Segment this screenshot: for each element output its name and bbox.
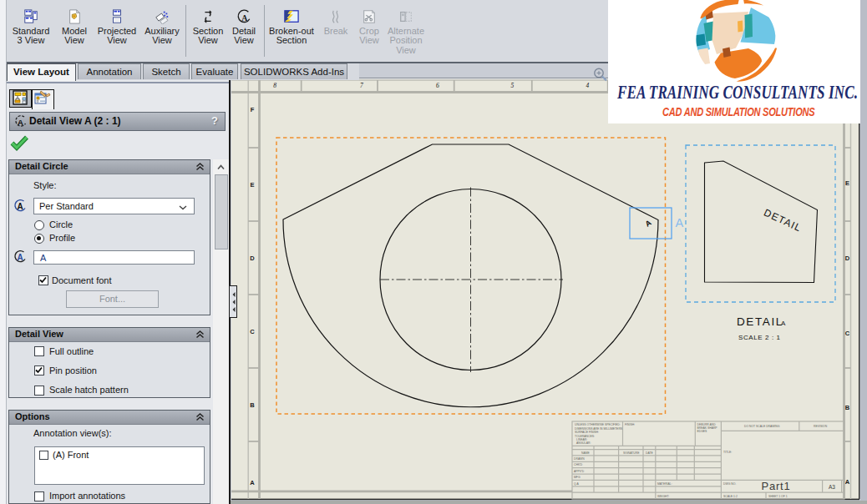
svg-text:A: A [18,253,23,262]
svg-text:MATERIAL:: MATERIAL: [657,482,672,486]
svg-text:5: 5 [510,82,514,89]
svg-text:A: A [18,202,23,211]
svg-text:E: E [250,181,254,189]
svg-text:A: A [241,13,248,23]
svg-text:DATE: DATE [646,451,654,455]
svg-text:CAD AND SIMULATION SOLUTIONS: CAD AND SIMULATION SOLUTIONS [662,105,815,119]
svg-text:D: D [250,255,255,262]
svg-text:B: B [250,401,255,409]
svg-text:8: 8 [273,82,276,89]
svg-text:Q.A: Q.A [574,482,580,486]
svg-text:A: A [250,479,255,486]
svg-text:APPV'D: APPV'D [574,470,585,473]
svg-text:B: B [845,404,850,411]
svg-text:CHK'D: CHK'D [574,463,583,466]
svg-text:SHEET 1 OF 1: SHEET 1 OF 1 [768,495,788,498]
svg-text:SIGNATURE: SIGNATURE [623,451,640,455]
svg-text:A: A [18,118,23,127]
svg-text:C: C [845,330,850,337]
svg-text:DO NOT SCALE DRAWING: DO NOT SCALE DRAWING [744,425,780,428]
svg-text:WEIGHT:: WEIGHT: [657,495,669,498]
svg-text:UNLESS OTHERWISE SPECIFIED:: UNLESS OTHERWISE SPECIFIED: [575,423,621,426]
svg-text:DRAWN: DRAWN [574,457,585,461]
svg-text:DETAIL: DETAIL [737,315,783,328]
svg-text:DWG NO.: DWG NO. [723,482,736,486]
svg-text:REVISION: REVISION [814,425,828,428]
svg-text:A: A [845,478,850,486]
svg-text:A: A [676,216,684,229]
svg-text:SURFACE FINISH:: SURFACE FINISH: [575,431,599,434]
svg-text:4: 4 [586,82,589,89]
svg-text:SCALE 2 : 1: SCALE 2 : 1 [738,334,781,341]
svg-text:F: F [251,106,255,113]
svg-text:NAME: NAME [581,451,591,455]
svg-text:FINISH:: FINISH: [625,423,635,426]
svg-text:6: 6 [436,82,439,89]
svg-text:TITLE:: TITLE: [723,451,732,454]
svg-text:7: 7 [360,82,363,89]
svg-text:MFG: MFG [574,476,581,479]
svg-text:A: A [781,320,786,327]
svg-text:A3: A3 [829,484,835,490]
svg-text:D: D [845,255,850,262]
svg-text:SCALE:1:2: SCALE:1:2 [723,495,738,498]
svg-text:FEA TRAINING CONSULTANTS INC: FEA TRAINING CONSULTANTS INC. [616,82,858,103]
svg-text:C: C [250,328,255,335]
svg-text:Part1: Part1 [761,480,790,492]
svg-text:DIMENSIONS ARE IN MILLIMETERS: DIMENSIONS ARE IN MILLIMETERS [575,427,623,431]
svg-text:ANGULAR:: ANGULAR: [576,441,591,445]
svg-text:E: E [845,179,849,187]
svg-text:EDGES: EDGES [697,430,708,433]
